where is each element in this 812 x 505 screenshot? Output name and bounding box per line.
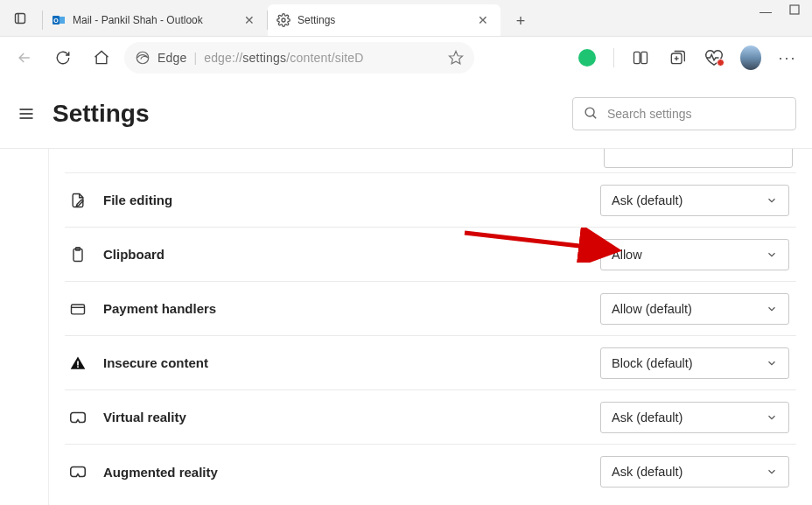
svg-rect-21 [77, 361, 79, 365]
split-screen-icon[interactable] [630, 47, 651, 68]
search-input[interactable] [607, 107, 785, 121]
row-virtual-reality: Virtual reality Ask (default) [65, 390, 796, 445]
svg-text:O: O [53, 18, 59, 24]
tab-title: Mail - Pankil Shah - Outlook [73, 14, 230, 26]
chevron-down-icon [766, 303, 778, 315]
svg-point-7 [136, 52, 149, 64]
svg-rect-6 [790, 5, 799, 14]
chevron-down-icon [766, 466, 778, 478]
collections-icon[interactable] [667, 47, 688, 68]
tab-title: Settings [298, 14, 464, 26]
clipboard-icon [68, 245, 88, 264]
vr-icon [68, 408, 88, 427]
tab-actions-button[interactable] [0, 1, 42, 36]
dropdown-clipboard[interactable]: Allow [600, 239, 789, 270]
maximize-button[interactable] [789, 4, 805, 15]
dropdown-payment-handlers[interactable]: Allow (default) [600, 293, 789, 325]
url-prefix: Edge [158, 51, 187, 65]
row-label: Insecure content [103, 355, 584, 370]
search-settings[interactable] [572, 97, 796, 130]
svg-point-15 [585, 108, 594, 116]
close-icon[interactable]: ✕ [241, 11, 258, 29]
minimize-button[interactable]: ― [758, 4, 774, 18]
row-label: File editing [103, 193, 584, 207]
new-tab-button[interactable]: + [506, 6, 536, 36]
row-label: Clipboard [103, 247, 584, 262]
row-payment-handlers: Payment handlers Allow (default) [65, 282, 796, 336]
profile-avatar[interactable] [740, 47, 761, 68]
search-icon [584, 106, 598, 121]
settings-content[interactable]: File editing Ask (default) Clipboard All… [49, 149, 812, 505]
svg-rect-19 [72, 305, 85, 314]
dropdown-insecure-content[interactable]: Block (default) [600, 347, 789, 379]
window-controls: ― [758, 0, 812, 36]
row-clipboard: Clipboard Allow [65, 228, 796, 282]
settings-body: File editing Ask (default) Clipboard All… [0, 149, 812, 505]
home-button[interactable] [86, 42, 117, 74]
chevron-down-icon [766, 194, 778, 207]
svg-point-5 [282, 18, 285, 22]
dropdown-augmented-reality[interactable]: Ask (default) [600, 456, 789, 487]
gear-icon [276, 13, 290, 27]
tab-settings[interactable]: Settings ✕ [268, 4, 500, 36]
warning-icon [68, 354, 88, 373]
separator: | [194, 51, 198, 65]
chevron-down-icon [766, 357, 778, 369]
edge-icon [135, 50, 150, 66]
row-label: Payment handlers [103, 301, 584, 316]
divider [613, 48, 614, 67]
address-bar[interactable]: Edge | edge://settings/content/siteD [124, 42, 474, 74]
svg-rect-10 [641, 52, 648, 63]
page-title: Settings [52, 100, 149, 128]
svg-rect-9 [634, 52, 640, 63]
sidebar-spacer [0, 149, 49, 505]
tab-outlook[interactable]: O Mail - Pankil Shah - Outlook ✕ [43, 4, 267, 36]
favorite-icon[interactable] [448, 50, 464, 66]
dropdown-virtual-reality[interactable]: Ask (default) [600, 402, 789, 433]
refresh-button[interactable] [47, 42, 79, 74]
settings-header: Settings [0, 79, 812, 149]
browser-toolbar: Edge | edge://settings/content/siteD ··· [0, 37, 812, 79]
close-icon[interactable]: ✕ [474, 11, 492, 29]
titlebar: O Mail - Pankil Shah - Outlook ✕ Setting… [0, 0, 812, 37]
menu-toggle-button[interactable] [16, 103, 37, 124]
svg-rect-22 [77, 366, 79, 368]
row-insecure-content: Insecure content Block (default) [65, 336, 796, 390]
svg-line-16 [593, 116, 597, 119]
more-icon[interactable]: ··· [777, 47, 798, 68]
back-button[interactable] [9, 42, 40, 74]
svg-rect-3 [60, 17, 65, 24]
ar-icon [68, 462, 88, 481]
row-augmented-reality: Augmented reality Ask (default) [65, 445, 796, 499]
dropdown-file-editing[interactable]: Ask (default) [600, 185, 789, 216]
payment-icon [68, 299, 88, 319]
grammarly-icon[interactable] [577, 47, 598, 68]
chevron-down-icon [766, 249, 778, 261]
svg-rect-0 [16, 14, 25, 24]
outlook-icon: O [52, 13, 66, 27]
svg-marker-8 [450, 52, 463, 64]
row-label: Augmented reality [103, 465, 584, 480]
url-display: edge://settings/content/siteD [204, 51, 363, 65]
file-editing-icon [68, 191, 88, 210]
health-icon[interactable] [704, 47, 724, 68]
toolbar-right: ··· [577, 47, 803, 68]
chevron-down-icon [766, 411, 778, 424]
row-file-editing: File editing Ask (default) [65, 173, 796, 228]
row-label: Virtual reality [103, 410, 584, 424]
